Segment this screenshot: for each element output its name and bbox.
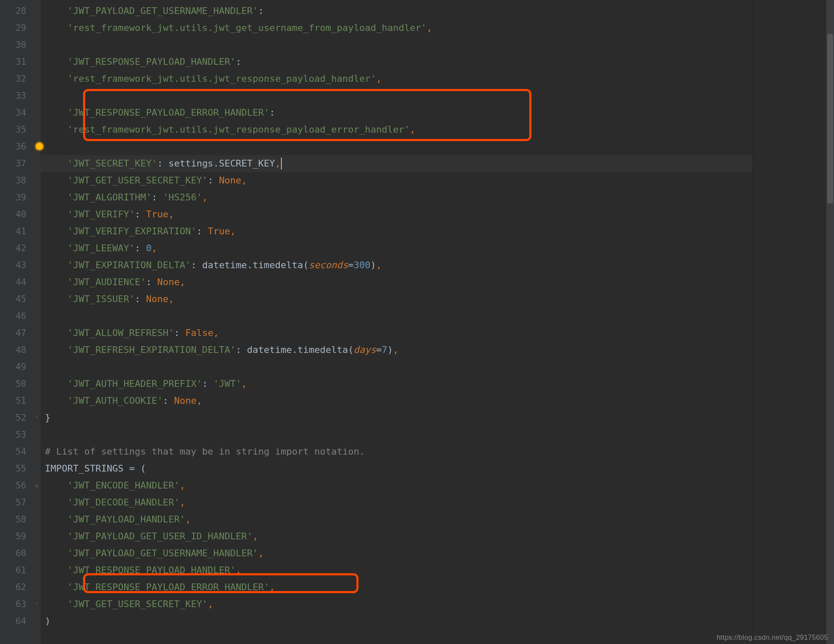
token-ident: }	[45, 413, 50, 422]
code-line[interactable]: 'JWT_ALLOW_REFRESH': False,	[45, 325, 753, 341]
code-line[interactable]: 'JWT_ALGORITHM': 'HS256',	[45, 189, 753, 206]
code-line[interactable]: 'JWT_ISSUER': None,	[45, 291, 753, 308]
code-line[interactable]: 'JWT_AUTH_COOKIE': None,	[45, 392, 753, 409]
token-str: 'JWT_AUDIENCE'	[67, 278, 146, 287]
code-editor[interactable]: 'JWT_PAYLOAD_GET_USERNAME_HANDLER': 'res…	[41, 0, 753, 644]
token-op: =	[376, 345, 382, 355]
token-num: 0	[146, 244, 151, 253]
token-punct: ,	[258, 549, 264, 558]
line-number: 36	[0, 138, 26, 155]
token-punct: ,	[376, 74, 381, 83]
token-str: 'JWT_REFRESH_EXPIRATION_DELTA'	[67, 345, 236, 355]
line-number: 34	[0, 104, 26, 121]
token-punct: ,	[213, 328, 219, 338]
token-op: :	[270, 108, 275, 117]
line-number: 31	[0, 53, 26, 70]
code-line[interactable]: 'JWT_PAYLOAD_GET_USERNAME_HANDLER':	[45, 3, 753, 19]
code-line[interactable]: 'JWT_PAYLOAD_GET_USERNAME_HANDLER',	[45, 545, 753, 562]
token-punct: ,	[253, 532, 258, 541]
code-line[interactable]	[45, 36, 753, 53]
line-number: 39	[0, 189, 26, 206]
code-line[interactable]: )	[45, 613, 753, 630]
token-str: 'JWT_RESPONSE_PAYLOAD_HANDLER'	[67, 57, 236, 67]
token-op: :	[236, 345, 247, 355]
line-number: 28	[0, 3, 26, 19]
token-param: seconds	[309, 261, 348, 270]
token-punct: ,	[208, 600, 213, 609]
line-number: 59	[0, 528, 26, 545]
code-line[interactable]	[45, 358, 753, 375]
fold-column: ⌃⊖⌃	[33, 0, 41, 644]
code-line[interactable]	[45, 138, 753, 155]
code-line[interactable]	[45, 87, 753, 104]
code-line[interactable]: 'JWT_REFRESH_EXPIRATION_DELTA': datetime…	[45, 341, 753, 358]
code-line[interactable]: 'JWT_PAYLOAD_GET_USER_ID_HANDLER',	[45, 528, 753, 545]
code-line[interactable]: 'JWT_PAYLOAD_HANDLER',	[45, 511, 753, 528]
token-punct: ,	[185, 515, 191, 524]
token-str: 'JWT_VERIFY_EXPIRATION'	[67, 227, 197, 236]
token-str: 'JWT_PAYLOAD_GET_USERNAME_HANDLER'	[67, 549, 258, 558]
code-line[interactable]: 'rest_framework_jwt.utils.jwt_response_p…	[45, 70, 753, 87]
scrollbar-thumb[interactable]	[827, 34, 833, 203]
token-ident: IMPORT_STRINGS = (	[45, 464, 146, 473]
code-line[interactable]: 'JWT_ENCODE_HANDLER',	[45, 477, 753, 494]
token-str: 'JWT_GET_USER_SECRET_KEY'	[67, 176, 208, 185]
token-str: 'JWT_EXPIRATION_DELTA'	[67, 261, 191, 270]
code-line[interactable]: 'JWT_RESPONSE_PAYLOAD_ERROR_HANDLER':	[45, 104, 753, 121]
token-str: 'JWT_PAYLOAD_GET_USER_ID_HANDLER'	[67, 532, 253, 541]
code-line[interactable]: 'JWT_RESPONSE_PAYLOAD_HANDLER':	[45, 53, 753, 70]
code-line[interactable]: 'JWT_LEEWAY': 0,	[45, 240, 753, 257]
line-number: 42	[0, 240, 26, 257]
code-line[interactable]: 'JWT_AUTH_HEADER_PREFIX': 'JWT',	[45, 375, 753, 392]
code-line[interactable]: 'rest_framework_jwt.utils.jwt_response_p…	[45, 121, 753, 138]
token-str: 'JWT_GET_USER_SECRET_KEY'	[67, 600, 208, 609]
code-line[interactable]: }	[45, 409, 753, 426]
code-line[interactable]: IMPORT_STRINGS = (	[45, 460, 753, 477]
line-number: 29	[0, 19, 26, 36]
code-line[interactable]: 'JWT_VERIFY': True,	[45, 206, 753, 223]
token-str: 'rest_framework_jwt.utils.jwt_get_userna…	[67, 23, 427, 33]
line-number: 43	[0, 257, 26, 274]
code-line[interactable]: 'JWT_GET_USER_SECRET_KEY': None,	[45, 172, 753, 189]
token-str: 'JWT_LEEWAY'	[67, 244, 135, 253]
token-str: 'JWT_ISSUER'	[67, 294, 135, 304]
token-punct: ,	[427, 23, 432, 33]
line-number: 62	[0, 579, 26, 596]
code-line[interactable]: 'JWT_AUDIENCE': None,	[45, 274, 753, 291]
code-line[interactable]: 'JWT_RESPONSE_PAYLOAD_ERROR_HANDLER',	[45, 579, 753, 596]
scrollbar-track[interactable]	[826, 0, 834, 644]
code-line[interactable]: 'rest_framework_jwt.utils.jwt_get_userna…	[45, 19, 753, 36]
line-number: 48	[0, 341, 26, 358]
token-num: 7	[382, 345, 387, 355]
token-punct: ,	[152, 244, 157, 253]
code-line[interactable]: 'JWT_RESPONSE_PAYLOAD_HANDLER',	[45, 562, 753, 579]
token-kw-val: None	[219, 176, 242, 185]
token-punct: ,	[230, 227, 236, 236]
fold-close-icon[interactable]: ⌃	[34, 601, 40, 607]
code-line[interactable]	[45, 426, 753, 443]
minimap-scrollbar[interactable]	[753, 0, 834, 644]
token-punct: ,	[168, 210, 174, 219]
token-op: :	[135, 244, 146, 253]
code-line[interactable]: # List of settings that may be in string…	[45, 443, 753, 460]
code-line[interactable]: 'JWT_DECODE_HANDLER',	[45, 494, 753, 511]
intention-bulb-icon[interactable]	[36, 142, 43, 150]
line-number: 54	[0, 443, 26, 460]
token-str: 'JWT_VERIFY'	[67, 210, 135, 219]
token-op: :	[157, 159, 169, 168]
token-punct: ,	[410, 125, 415, 134]
code-line[interactable]: 'JWT_GET_USER_SECRET_KEY',	[45, 596, 753, 613]
fold-close-icon[interactable]: ⌃	[34, 415, 40, 421]
fold-open-icon[interactable]: ⊖	[34, 483, 40, 489]
token-ident: datetime.timedelta(	[202, 261, 309, 270]
token-ident: settings.SECRET_KEY	[168, 159, 275, 168]
token-str: 'rest_framework_jwt.utils.jwt_response_p…	[67, 74, 376, 83]
line-number: 61	[0, 562, 26, 579]
code-line[interactable]: 'JWT_SECRET_KEY': settings.SECRET_KEY,	[41, 155, 795, 172]
line-number: 47	[0, 325, 26, 341]
code-line[interactable]	[45, 308, 753, 325]
token-num: 300	[354, 261, 371, 270]
token-op: :	[163, 396, 174, 405]
code-line[interactable]: 'JWT_VERIFY_EXPIRATION': True,	[45, 223, 753, 240]
code-line[interactable]: 'JWT_EXPIRATION_DELTA': datetime.timedel…	[45, 257, 753, 274]
